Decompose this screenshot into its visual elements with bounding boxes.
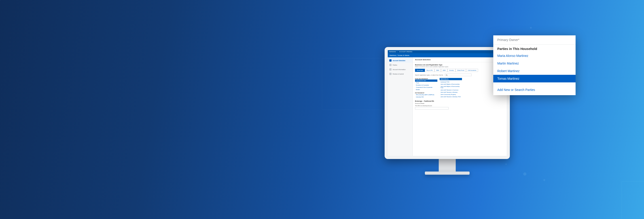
reg-option[interactable]: Joint with Tenants in Common bbox=[440, 89, 462, 91]
sidebar: Account Selection Parties Account Inform… bbox=[388, 57, 413, 156]
sidebar-item-label: Review & Submit bbox=[393, 73, 404, 75]
registration-right-column: Individual Individual TOD Joint with Rig… bbox=[440, 78, 462, 98]
monitor-stand-neck bbox=[439, 158, 456, 172]
reg-option[interactable]: Joint Community Property bbox=[440, 93, 462, 96]
sidebar-item-label: Account Selection bbox=[393, 60, 406, 61]
search-icon bbox=[446, 74, 447, 76]
app-header: PERSHING | ACCOUNT OPENING bbox=[388, 50, 507, 53]
list-icon bbox=[389, 59, 392, 62]
search-label: Search registration types, or select fro… bbox=[415, 74, 444, 76]
party-option[interactable]: Robert Martinez bbox=[493, 67, 576, 75]
group-heading-non-retirement: NON-RETIREMENT bbox=[415, 78, 428, 80]
section-heading: Business Line and Registration Type bbox=[415, 64, 504, 66]
sidebar-item-label: Account Information bbox=[393, 69, 406, 70]
sidebar-item-review-submit[interactable]: Review & Submit bbox=[388, 72, 412, 76]
reg-option[interactable]: Joint with Rights of Survivorship bbox=[440, 83, 462, 85]
decor-dot bbox=[523, 172, 526, 175]
dropdown-field-label: Primary Owner* bbox=[493, 35, 576, 45]
sidebar-item-account-selection[interactable]: Account Selection bbox=[388, 58, 412, 63]
group-heading-retirement: RETIREMENT bbox=[415, 92, 424, 94]
check-icon bbox=[389, 73, 392, 75]
reg-option[interactable]: Individual TOD bbox=[440, 81, 462, 83]
decor-dot bbox=[530, 27, 532, 29]
reg-option[interactable]: Joint with Tenants in Entirety bbox=[440, 91, 462, 93]
tab-direct-fund[interactable]: Direct Fund bbox=[456, 69, 466, 72]
app-screen: PERSHING | ACCOUNT OPENING Martinez, Tom… bbox=[388, 50, 507, 156]
tab-brokerage[interactable]: Brokerage bbox=[415, 69, 425, 72]
monitor-bezel: PERSHING | ACCOUNT OPENING Martinez, Tom… bbox=[384, 47, 510, 159]
primary-owner-dropdown: Primary Owner* Parties in This Household… bbox=[493, 35, 576, 95]
add-new-or-search-parties[interactable]: Add New or Search Parties bbox=[493, 85, 576, 95]
info-icon bbox=[389, 68, 392, 71]
section-subtext: Select a business line to see available … bbox=[415, 66, 504, 67]
decor-dot bbox=[544, 179, 545, 181]
reg-item-trust[interactable]: Trust bbox=[415, 82, 438, 84]
tab-buy-to-ph[interactable]: Buy to PH bbox=[425, 69, 434, 72]
party-option[interactable]: Martin Martinez bbox=[493, 60, 576, 67]
decor-dot bbox=[505, 163, 507, 165]
dropdown-section-label: Parties in This Household bbox=[493, 45, 576, 52]
registration-left-column: NON-RETIREMENT Individual & Joint Trust … bbox=[415, 78, 438, 98]
tab-life-insurance[interactable]: Life Insurance bbox=[466, 69, 478, 72]
sidebar-item-account-info[interactable]: Account Information bbox=[388, 67, 412, 72]
reg-item-estate[interactable]: Estate bbox=[415, 88, 438, 91]
reg-item-individual-joint[interactable]: Individual & Joint bbox=[415, 80, 438, 82]
reg-item-inherited-ira[interactable]: Inherited IRA bbox=[415, 96, 438, 98]
reg-item-ira[interactable]: IRA (including SEP & SIMPLE) bbox=[415, 94, 438, 96]
monitor-stand-base bbox=[425, 171, 470, 175]
background-decor bbox=[0, 0, 644, 219]
household-bar: Martinez, Tomas & Maria bbox=[388, 53, 507, 57]
tab-uma[interactable]: UMA bbox=[441, 69, 448, 72]
search-input[interactable] bbox=[445, 74, 472, 76]
household-name: Martinez, Tomas & Maria bbox=[390, 54, 409, 56]
reg-option[interactable]: Joint with Tenants in Entirety TOD bbox=[440, 96, 462, 98]
people-icon bbox=[389, 64, 392, 66]
main-content: Account Selection Business Line and Regi… bbox=[413, 57, 507, 156]
business-line-tabs: Brokerage Buy to PH SMA UMA Annuity Dire… bbox=[415, 69, 504, 72]
tab-annuity[interactable]: Annuity bbox=[448, 69, 456, 72]
sidebar-item-parties[interactable]: Parties bbox=[388, 63, 412, 67]
app-name: ACCOUNT OPENING bbox=[399, 51, 412, 52]
account-details-sub: This IRA is an Existing Account bbox=[415, 105, 504, 106]
sidebar-item-label: Parties bbox=[393, 64, 397, 66]
reg-option[interactable]: Joint with Rights of Survivorship TOD bbox=[440, 85, 462, 89]
account-details-label: Account Details bbox=[415, 103, 504, 104]
dropdown-divider bbox=[493, 84, 576, 84]
reg-subheader: Individual bbox=[440, 78, 462, 80]
account-details-dropdown[interactable] bbox=[415, 107, 448, 110]
party-option-selected[interactable]: Tomas Martinez bbox=[493, 75, 576, 82]
page-title: Account Selection bbox=[413, 57, 507, 62]
reg-item-corporate[interactable]: Corporate & Non-Corporate bbox=[415, 86, 438, 88]
party-option[interactable]: Maria Alonso Martinez bbox=[493, 52, 576, 60]
decor-rect bbox=[622, 181, 644, 219]
reg-item-donation-custodian[interactable]: Donation & Custodian bbox=[415, 84, 438, 86]
summary-line: Brokerage – Traditional IRA bbox=[415, 100, 504, 102]
tab-sma[interactable]: SMA bbox=[434, 69, 441, 72]
brand-logo: PERSHING bbox=[389, 51, 396, 52]
